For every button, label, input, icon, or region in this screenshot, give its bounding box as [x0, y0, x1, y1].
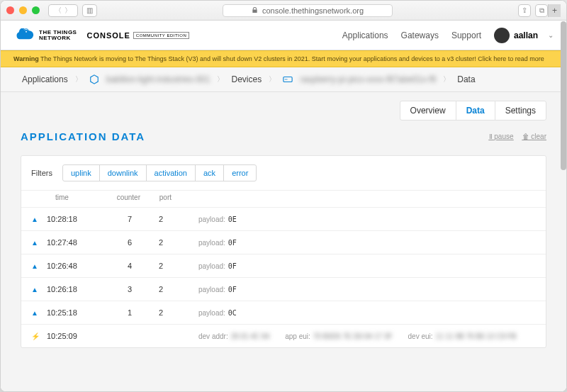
zoom-window-icon[interactable]: [32, 6, 40, 14]
cell-dev-addr: dev addr:26 01 4C 84: [198, 332, 269, 340]
cell-time: 10:26:48: [47, 262, 98, 270]
cell-time: 10:28:18: [47, 215, 98, 223]
tab-overview[interactable]: Overview: [400, 101, 456, 121]
cell-counter: 4: [98, 262, 139, 270]
logo-line2: NETWORK: [39, 35, 77, 41]
tab-data[interactable]: Data: [456, 101, 495, 121]
table-row[interactable]: ▲10:26:1832payload:0F: [21, 277, 546, 301]
data-panel: Filters uplink downlink activation ack e…: [21, 155, 546, 348]
filters-label: Filters: [31, 169, 52, 177]
filter-uplink[interactable]: uplink: [63, 165, 100, 181]
crumb-applications[interactable]: Applications: [22, 74, 68, 84]
cell-dev-eui: dev eui:11 11 9B 76 B6 13 C9 FB: [408, 332, 517, 340]
sidebar-toggle-icon[interactable]: ▥: [82, 4, 97, 17]
device-icon: [283, 74, 293, 84]
view-tabs: Overview Data Settings: [21, 101, 546, 121]
crumb-data: Data: [457, 74, 475, 84]
filter-error[interactable]: error: [224, 165, 256, 181]
address-bar[interactable]: console.thethingsnetwork.org: [223, 4, 393, 17]
cell-time: 10:25:18: [47, 308, 98, 317]
avatar: [494, 28, 510, 43]
chevron-right-icon: 〉: [217, 74, 224, 84]
cloud-icon: [13, 28, 35, 43]
browser-titlebar: 〈〉 ▥ console.thethingsnetwork.org ⇪ ⧉ +: [1, 1, 566, 21]
cell-port: 2: [139, 262, 170, 270]
table-row[interactable]: ▲10:26:4842payload:0F: [21, 254, 546, 277]
cell-port: 2: [139, 308, 170, 317]
cell-app-eui: app eui:70 B3D5 7E D0 04 17 3F: [285, 332, 392, 340]
warning-body: The Things Network is moving to The Thin…: [39, 55, 544, 62]
page-title: APPLICATION DATA: [21, 130, 145, 142]
uplink-arrow-icon: ▲: [31, 309, 47, 317]
back-forward-buttons[interactable]: 〈〉: [48, 4, 78, 17]
pause-button[interactable]: Ⅱ pause: [489, 133, 514, 140]
col-counter: counter: [106, 194, 147, 201]
clear-button[interactable]: 🗑 clear: [522, 133, 546, 140]
cell-counter: 6: [98, 238, 139, 247]
scrollbar-thumb[interactable]: [561, 21, 566, 170]
uplink-arrow-icon: ▲: [31, 239, 47, 247]
back-icon[interactable]: 〈: [53, 6, 63, 16]
app-header: THE THINGS NETWORK CONSOLE COMMUNITY EDI…: [1, 21, 566, 50]
cell-time: 10:27:48: [47, 238, 98, 247]
col-port: port: [147, 194, 179, 201]
cell-payload: payload:0F: [198, 262, 237, 270]
filter-group: uplink downlink activation ack error: [62, 164, 257, 181]
breadcrumb: Applications 〉 bablilon-light-industries…: [1, 67, 566, 92]
filter-activation[interactable]: activation: [147, 165, 196, 181]
chevron-right-icon: 〉: [443, 74, 450, 84]
url-text: console.thethingsnetwork.org: [262, 6, 364, 15]
cell-payload: payload:0C: [198, 309, 237, 317]
table-row[interactable]: ▲10:28:1872payload:0E: [21, 207, 546, 230]
svg-point-0: [26, 30, 27, 32]
nav-gateways[interactable]: Gateways: [401, 30, 439, 40]
cell-payload: payload:0F: [198, 286, 237, 293]
table-row[interactable]: ▲10:27:4862payload:0F: [21, 230, 546, 254]
cell-counter: 7: [98, 215, 139, 223]
close-window-icon[interactable]: [6, 6, 14, 14]
chevron-right-icon: 〉: [269, 74, 276, 84]
uplink-arrow-icon: ▲: [31, 286, 47, 293]
username: aallan: [514, 30, 538, 40]
table-row[interactable]: ⚡10:25:09dev addr:26 01 4C 84app eui:70 …: [21, 324, 546, 347]
crumb-app[interactable]: bablilon-light-industries-001: [106, 74, 210, 84]
filter-downlink[interactable]: downlink: [100, 165, 147, 181]
tabs-icon[interactable]: ⧉: [535, 4, 548, 17]
chevron-right-icon: 〉: [75, 74, 82, 84]
table-header: time counter port: [21, 191, 546, 207]
ttn-logo[interactable]: THE THINGS NETWORK CONSOLE COMMUNITY EDI…: [13, 28, 189, 43]
forward-icon[interactable]: 〉: [63, 6, 73, 16]
window-controls: [6, 6, 40, 14]
filter-ack[interactable]: ack: [196, 165, 224, 181]
crumb-device[interactable]: raspberry-pi-pico-xxxx-f87abe01x-f9: [300, 74, 436, 84]
cell-port: 2: [139, 238, 170, 247]
cell-port: 2: [139, 285, 170, 293]
app-icon: [89, 74, 99, 84]
nav-applications[interactable]: Applications: [342, 30, 388, 40]
uplink-arrow-icon: ▲: [31, 262, 47, 270]
cell-payload: payload:0F: [198, 239, 237, 247]
console-wordmark: CONSOLE: [86, 31, 130, 40]
cell-payload: payload:0E: [198, 215, 237, 223]
tab-settings[interactable]: Settings: [495, 101, 546, 121]
crumb-devices[interactable]: Devices: [231, 74, 262, 84]
cell-port: 2: [139, 215, 170, 223]
cell-time: 10:25:09: [47, 332, 98, 340]
col-time: time: [55, 194, 106, 201]
svg-point-2: [285, 79, 286, 79]
chevron-down-icon: ⌄: [548, 31, 554, 39]
cell-counter: 3: [98, 285, 139, 293]
cell-counter: 1: [98, 308, 139, 317]
edition-badge: COMMUNITY EDITION: [133, 32, 189, 39]
uplink-arrow-icon: ▲: [31, 215, 47, 223]
share-icon[interactable]: ⇪: [518, 4, 531, 17]
lock-icon: [252, 7, 258, 13]
table-row[interactable]: ▲10:25:1812payload:0C: [21, 301, 546, 324]
cell-time: 10:26:18: [47, 285, 98, 293]
user-menu[interactable]: aallan ⌄: [494, 28, 554, 43]
nav-support[interactable]: Support: [451, 30, 481, 40]
warning-banner[interactable]: Warning The Things Network is moving to …: [1, 50, 566, 67]
new-tab-button[interactable]: +: [548, 4, 561, 17]
trash-icon: 🗑: [522, 133, 532, 140]
minimize-window-icon[interactable]: [19, 6, 27, 14]
